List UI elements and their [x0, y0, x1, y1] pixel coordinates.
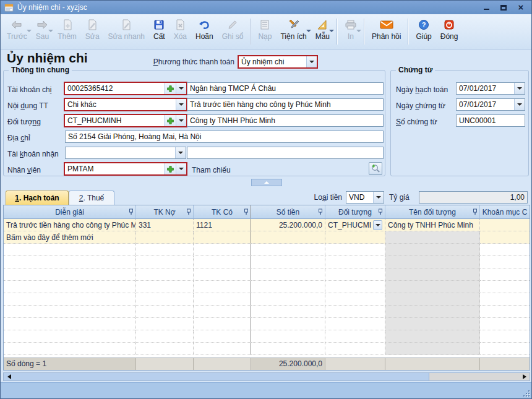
- payment-method-combo[interactable]: Ủy nhiệm chi: [238, 55, 318, 69]
- grid-cell[interactable]: [136, 306, 194, 318]
- template-button[interactable]: Mẫu: [311, 15, 334, 48]
- grid-cell[interactable]: [251, 268, 325, 281]
- dropdown-button[interactable]: [176, 99, 186, 110]
- grid-cell[interactable]: [325, 306, 385, 318]
- grid-cell[interactable]: [480, 244, 530, 256]
- grid-cell[interactable]: [136, 330, 194, 343]
- collapse-splitter[interactable]: [251, 179, 282, 186]
- add-button-inline[interactable]: [164, 115, 176, 126]
- grid-cell[interactable]: [136, 268, 194, 281]
- grid-cell[interactable]: [194, 268, 251, 281]
- grid-cell[interactable]: [136, 343, 194, 355]
- pin-icon[interactable]: [318, 208, 323, 215]
- payment-description-field[interactable]: Trả trước tiền hàng cho công ty Phúc Min…: [187, 98, 384, 111]
- partner-name-field[interactable]: Công ty TNHH Phúc Minh: [187, 114, 384, 127]
- save-button[interactable]: Cất: [149, 15, 169, 48]
- grid-cell[interactable]: [480, 318, 530, 330]
- maximize-button[interactable]: [499, 3, 508, 12]
- minimize-button[interactable]: [482, 3, 491, 12]
- document-number-field[interactable]: UNC00001: [456, 114, 525, 127]
- grid-add-row[interactable]: Bấm vào đây để thêm mới: [4, 231, 530, 244]
- grid-cell[interactable]: [251, 306, 325, 318]
- close-button[interactable]: ×: [517, 3, 525, 12]
- load-button[interactable]: Nạp: [254, 15, 276, 48]
- grid-cell[interactable]: [4, 281, 136, 293]
- grid-cell[interactable]: [325, 293, 385, 306]
- edit-button[interactable]: Sửa: [81, 15, 104, 48]
- utilities-button[interactable]: Tiện ích: [276, 15, 311, 48]
- column-header-dien-giai[interactable]: Diễn giải: [4, 205, 136, 218]
- pay-account-combo[interactable]: 00025365412: [64, 82, 187, 95]
- grid-cell[interactable]: [480, 306, 530, 318]
- add-button-inline[interactable]: [164, 163, 176, 174]
- pin-icon[interactable]: [186, 208, 191, 215]
- grid-cell[interactable]: [136, 231, 194, 244]
- undo-button[interactable]: Hoãn: [191, 15, 218, 48]
- scroll-right-arrow[interactable]: [523, 374, 526, 379]
- column-header-khoan-muc[interactable]: Khoản mục C: [480, 205, 530, 218]
- grid-cell[interactable]: [325, 281, 385, 293]
- dropdown-button[interactable]: [514, 83, 525, 94]
- dropdown-button[interactable]: [175, 147, 186, 158]
- grid-cell[interactable]: [251, 293, 325, 306]
- posting-date-combo[interactable]: 07/01/2017: [456, 82, 525, 95]
- cell-doi-tuong[interactable]: CT_PHUCMI: [325, 219, 385, 231]
- pin-icon[interactable]: [473, 208, 478, 215]
- grid-cell[interactable]: [4, 306, 136, 318]
- column-header-tk-no[interactable]: TK Nợ: [136, 205, 194, 218]
- address-field[interactable]: Số 2154 Giải Phóng, Hoàng Mai, Hà Nội: [65, 131, 384, 143]
- dropdown-button[interactable]: [306, 56, 317, 67]
- scrollbar-thumb[interactable]: [4, 373, 429, 380]
- grid-cell[interactable]: [4, 330, 136, 343]
- currency-combo[interactable]: VND: [346, 191, 384, 204]
- grid-cell[interactable]: [251, 281, 325, 293]
- grid-cell[interactable]: [4, 256, 136, 268]
- grid-cell[interactable]: [194, 231, 251, 244]
- scroll-left-arrow[interactable]: [7, 374, 11, 379]
- grid-cell[interactable]: [325, 330, 385, 343]
- column-header-doi-tuong[interactable]: Đối tượng: [325, 205, 385, 218]
- grid-cell[interactable]: [194, 330, 251, 343]
- cell-khoan-muc[interactable]: [480, 219, 530, 231]
- delete-button[interactable]: Xóa: [169, 15, 191, 48]
- grid-cell[interactable]: [4, 268, 136, 281]
- column-header-ten-doi-tuong[interactable]: Tên đối tượng: [385, 205, 480, 218]
- grid-cell[interactable]: [480, 343, 530, 355]
- cell-dien-giai[interactable]: Trả trước tiền hàng cho công ty Phúc Mi: [4, 219, 136, 231]
- resize-grip[interactable]: [522, 389, 530, 397]
- grid-cell[interactable]: [4, 244, 136, 256]
- grid-cell[interactable]: [194, 244, 251, 256]
- column-header-tk-co[interactable]: TK Có: [194, 205, 251, 218]
- dropdown-button[interactable]: [373, 192, 384, 203]
- grid-cell[interactable]: [325, 256, 385, 268]
- cell-tk-no[interactable]: 331: [136, 219, 194, 231]
- receive-bank-field[interactable]: [187, 147, 384, 159]
- grid-cell[interactable]: [480, 256, 530, 268]
- dropdown-button[interactable]: [176, 83, 186, 94]
- post-button[interactable]: Ghi sổ: [218, 15, 248, 48]
- grid-cell[interactable]: [4, 318, 136, 330]
- grid-cell[interactable]: [4, 343, 136, 355]
- dropdown-button[interactable]: [373, 220, 382, 230]
- horizontal-scrollbar[interactable]: [3, 372, 530, 381]
- grid-cell[interactable]: [136, 293, 194, 306]
- back-button[interactable]: Trước: [2, 15, 32, 48]
- bank-name-field[interactable]: Ngân hàng TMCP Á Châu: [187, 82, 384, 95]
- grid-cell[interactable]: [194, 306, 251, 318]
- grid-cell[interactable]: [251, 244, 325, 256]
- print-button[interactable]: In: [340, 15, 361, 48]
- tab-thue[interactable]: 2. Thuế: [69, 191, 114, 205]
- add-button-inline[interactable]: [164, 83, 176, 94]
- help-button[interactable]: ? Giúp: [411, 15, 435, 48]
- grid-cell[interactable]: [251, 330, 325, 343]
- grid-cell[interactable]: [194, 281, 251, 293]
- dropdown-button[interactable]: [514, 99, 525, 110]
- grid-cell[interactable]: [480, 268, 530, 281]
- grid-cell[interactable]: [194, 318, 251, 330]
- grid-cell[interactable]: [325, 268, 385, 281]
- grid-cell[interactable]: [325, 318, 385, 330]
- grid-cell[interactable]: [325, 343, 385, 355]
- grid-cell[interactable]: [325, 244, 385, 256]
- grid-cell[interactable]: [194, 256, 251, 268]
- document-date-combo[interactable]: 07/01/2017: [456, 98, 525, 111]
